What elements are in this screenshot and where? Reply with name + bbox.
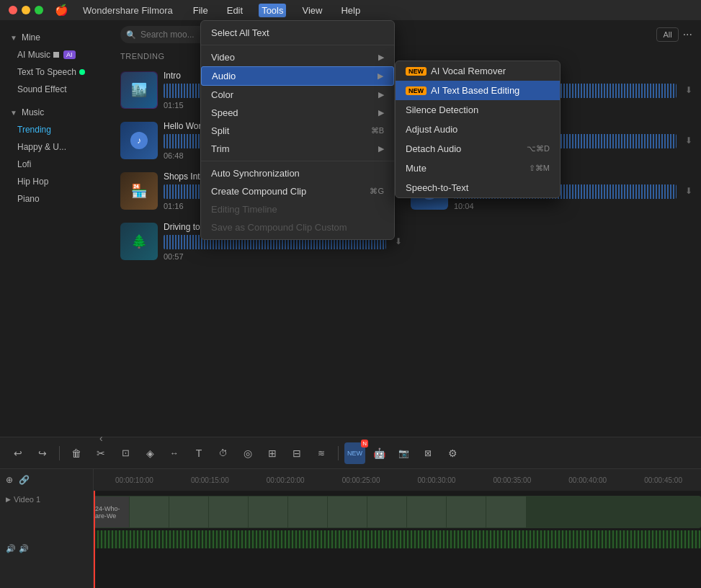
- more-tools-button[interactable]: NEW N: [344, 442, 365, 464]
- video-track[interactable]: 24-Who-are-We: [94, 496, 701, 528]
- traffic-lights: [9, 6, 43, 14]
- menu-split[interactable]: Split ⌘B: [201, 122, 394, 140]
- pip-button[interactable]: ⊠: [417, 442, 439, 464]
- menu-speed[interactable]: Speed ▶: [201, 104, 394, 122]
- track-content[interactable]: 24-Who-are-We: [94, 491, 701, 588]
- new-badge-tbe: NEW: [406, 86, 427, 95]
- video-frames: [130, 496, 701, 527]
- video-frame-3: [209, 496, 249, 527]
- ruler-mark-1: 00:00:10:00: [97, 476, 172, 484]
- snapshot-button[interactable]: 📷: [393, 442, 414, 464]
- download-icon-reunion[interactable]: ⬇: [685, 135, 692, 146]
- video-arrow-icon: ▶: [378, 53, 384, 62]
- tools-menu[interactable]: Select All Text Video ▶ Audio ▶ Color ▶ …: [200, 20, 395, 240]
- audio-arrow-icon: ▶: [378, 71, 383, 81]
- menu-edit[interactable]: Edit: [224, 4, 246, 17]
- trim-menu-label: Trim: [211, 143, 230, 154]
- submenu-vocal-remover[interactable]: NEW AI Vocal Remover: [396, 61, 560, 81]
- sidebar-item-happy[interactable]: Happy & U...: [0, 138, 112, 156]
- menu-video[interactable]: Video ▶: [201, 48, 394, 66]
- track-thumb-driving: 🌲: [120, 223, 158, 260]
- create-compound-label: Create Compound Clip: [211, 186, 306, 197]
- timeline-tracks: ▶ Video 1 🔊 🔊 24-Who-are-We: [0, 491, 701, 588]
- menu-file[interactable]: File: [190, 4, 211, 17]
- submenu-silence-detection[interactable]: Silence Detection: [396, 100, 560, 120]
- audio-track[interactable]: [94, 530, 701, 548]
- crop-button[interactable]: ⊡: [115, 442, 136, 464]
- submenu-detach-audio[interactable]: Detach Audio ⌥⌘D: [396, 139, 560, 159]
- text-button[interactable]: T: [188, 442, 210, 464]
- sidebar-tts-label: Text To Speech: [17, 67, 76, 77]
- apple-logo: 🍎: [55, 4, 68, 17]
- download-icon-walking[interactable]: ⬇: [685, 85, 692, 95]
- delete-button[interactable]: 🗑: [66, 442, 87, 464]
- tts-badge-dot: [79, 69, 85, 75]
- menu-help[interactable]: Help: [338, 4, 363, 17]
- sidebar-lofi-label: Lofi: [17, 159, 31, 169]
- menu-view[interactable]: View: [299, 4, 325, 17]
- menu-create-compound[interactable]: Create Compound Clip ⌘G: [201, 182, 394, 200]
- sidebar-item-lofi[interactable]: Lofi: [0, 156, 112, 173]
- close-button[interactable]: [9, 6, 17, 14]
- editing-timeline-label: Editing Timeline: [211, 204, 277, 215]
- speed-button[interactable]: ⏱: [213, 442, 234, 464]
- submenu-mute[interactable]: Mute ⇧⌘M: [396, 159, 560, 178]
- menu-select-all-text[interactable]: Select All Text: [201, 24, 394, 42]
- chevron-down-icon: ▼: [10, 34, 17, 42]
- audio-submenu[interactable]: NEW AI Vocal Remover NEW AI Text Based E…: [395, 61, 561, 198]
- maximize-button[interactable]: [35, 6, 43, 14]
- download-icon-planetary[interactable]: ⬇: [685, 186, 692, 196]
- titlebar: 🍎 Wondershare Filmora File Edit Tools Vi…: [0, 0, 701, 20]
- sidebar-item-trending[interactable]: Trending: [0, 121, 112, 138]
- submenu-speech-to-text[interactable]: Speech-to-Text: [396, 178, 560, 197]
- video-frame-2: [169, 496, 209, 527]
- sidebar-trending-label: Trending: [17, 125, 51, 135]
- submenu-adjust-audio[interactable]: Adjust Audio: [396, 120, 560, 139]
- audio-button[interactable]: ◎: [237, 442, 259, 464]
- submenu-text-based-editing[interactable]: NEW AI Text Based Editing: [396, 81, 560, 100]
- minimize-button[interactable]: [22, 6, 30, 14]
- video-frame-9: [447, 496, 486, 527]
- timeline-ruler: 00:00:10:00 00:00:15:00 00:00:20:00 00:0…: [94, 476, 701, 484]
- timeline-add-button[interactable]: ⊕: [6, 475, 13, 485]
- filter-dropdown[interactable]: All: [656, 27, 678, 42]
- undo-button[interactable]: ↩: [7, 442, 29, 464]
- ruler-mark-6: 00:00:35:00: [474, 476, 550, 484]
- sidebar-item-hip-hop[interactable]: Hip Hop: [0, 173, 112, 190]
- sidebar-item-ai-music[interactable]: AI Music AI: [0, 46, 112, 63]
- save-compound-label: Save as Compound Clip Custom: [211, 222, 347, 233]
- sidebar-item-music[interactable]: ▼ Music: [0, 104, 112, 121]
- menu-bar: File Edit Tools View Help: [190, 0, 363, 20]
- ai-button[interactable]: 🤖: [368, 442, 390, 464]
- sidebar-item-mine[interactable]: ▼ Mine: [0, 29, 112, 46]
- menu-audio[interactable]: Audio ▶: [201, 66, 394, 86]
- sidebar-item-piano[interactable]: Piano: [0, 190, 112, 208]
- timeline-link-button[interactable]: 🔗: [19, 475, 30, 485]
- toolbar: ↩ ↪ 🗑 ✂ ⊡ ◈ ↔ T ⏱ ◎ ⊞ ⊟ ≋ NEW N 🤖 📷 ⊠ ⚙: [0, 437, 701, 469]
- transform-button[interactable]: ↔: [164, 442, 185, 464]
- redo-button[interactable]: ↪: [32, 442, 53, 464]
- menu-color[interactable]: Color ▶: [201, 86, 394, 104]
- menu-tools[interactable]: Tools: [259, 4, 286, 17]
- adjust-audio-label: Adjust Audio: [406, 124, 457, 135]
- track-duration-planetary: 10:04: [454, 202, 677, 210]
- menu-auto-sync[interactable]: Auto Synchronization: [201, 164, 394, 182]
- download-icon-driving[interactable]: ⬇: [395, 236, 402, 246]
- stabilize-button[interactable]: ⊞: [262, 442, 283, 464]
- mask-button[interactable]: ◈: [139, 442, 161, 464]
- app-title: Wondershare Filmora: [83, 5, 173, 16]
- keyframe-button[interactable]: ≋: [311, 442, 332, 464]
- sidebar-collapse-button[interactable]: ‹: [99, 432, 103, 437]
- sidebar-item-text-to-speech[interactable]: Text To Speech: [0, 63, 112, 81]
- color-button[interactable]: ⊟: [286, 442, 308, 464]
- menu-trim[interactable]: Trim ▶: [201, 140, 394, 158]
- settings-button[interactable]: ⚙: [442, 442, 463, 464]
- create-compound-shortcut: ⌘G: [370, 187, 384, 196]
- track-duration-driving: 00:57: [164, 252, 386, 261]
- more-options-button[interactable]: ···: [683, 28, 692, 41]
- video-frame-7: [367, 496, 407, 527]
- video-frame-10: [486, 496, 526, 527]
- cut-button[interactable]: ✂: [90, 442, 112, 464]
- sidebar-mine-label: Mine: [22, 32, 40, 43]
- sidebar-item-sound-effect[interactable]: Sound Effect: [0, 81, 112, 98]
